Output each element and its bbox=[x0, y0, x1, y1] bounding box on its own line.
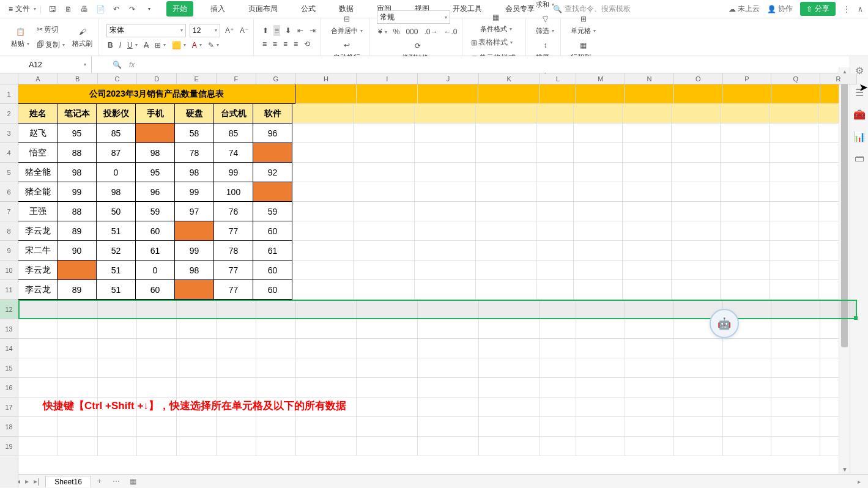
cell[interactable]: 97 bbox=[174, 201, 214, 221]
cell[interactable] bbox=[296, 358, 357, 378]
col-header-B[interactable]: B bbox=[58, 73, 98, 84]
cell[interactable] bbox=[296, 339, 357, 358]
cell[interactable] bbox=[292, 124, 354, 143]
cell[interactable] bbox=[770, 241, 818, 261]
cell[interactable] bbox=[537, 104, 574, 124]
sidebar-toolbox-icon[interactable]: 🧰 bbox=[854, 109, 865, 120]
cell[interactable] bbox=[721, 163, 770, 182]
border-button[interactable]: ⊞▾ bbox=[154, 40, 167, 51]
cell[interactable] bbox=[476, 241, 537, 261]
cell[interactable] bbox=[623, 182, 672, 202]
cell[interactable] bbox=[721, 143, 770, 163]
cell[interactable]: 88 bbox=[57, 201, 97, 221]
align-middle-icon[interactable]: ≡ bbox=[273, 25, 280, 36]
sidebar-chart-icon[interactable]: 📊 bbox=[854, 131, 865, 142]
cell[interactable]: 96 bbox=[253, 123, 292, 143]
cell[interactable] bbox=[537, 241, 574, 261]
cell[interactable]: 98 bbox=[174, 162, 214, 182]
cell[interactable] bbox=[418, 339, 479, 358]
col-header-P[interactable]: P bbox=[723, 73, 772, 84]
cell[interactable] bbox=[770, 104, 818, 124]
cell[interactable]: 猪全能 bbox=[18, 162, 57, 182]
cell[interactable] bbox=[623, 202, 672, 221]
cell[interactable] bbox=[625, 300, 674, 319]
cell[interactable] bbox=[540, 84, 576, 104]
sidebar-backup-icon[interactable]: 🗃 bbox=[854, 153, 865, 164]
cell[interactable] bbox=[674, 397, 723, 417]
cell[interactable]: 60 bbox=[253, 260, 292, 280]
cell[interactable] bbox=[574, 280, 623, 300]
cell[interactable] bbox=[418, 397, 479, 417]
cell[interactable] bbox=[623, 221, 672, 241]
cell[interactable] bbox=[540, 437, 577, 456]
cell[interactable] bbox=[217, 319, 256, 339]
cell[interactable] bbox=[177, 378, 217, 397]
row-header-18[interactable]: 18 bbox=[0, 417, 18, 437]
cell[interactable] bbox=[354, 124, 415, 143]
cell[interactable] bbox=[478, 84, 540, 104]
redo-icon[interactable]: ↷ bbox=[127, 4, 137, 14]
cell[interactable] bbox=[576, 397, 625, 417]
sum-button[interactable]: Σ求和▾ bbox=[533, 0, 557, 10]
cell[interactable]: 赵飞 bbox=[18, 123, 57, 143]
cell[interactable]: 52 bbox=[96, 240, 136, 261]
col-header-I[interactable]: I bbox=[357, 73, 418, 84]
cell[interactable] bbox=[354, 163, 415, 182]
cell[interactable] bbox=[18, 319, 58, 339]
cell[interactable] bbox=[357, 339, 418, 358]
row-header-8[interactable]: 8 bbox=[0, 221, 18, 241]
cell[interactable]: 51 bbox=[96, 279, 136, 300]
cell[interactable] bbox=[770, 280, 818, 300]
cell[interactable] bbox=[625, 417, 674, 437]
cell[interactable] bbox=[256, 417, 296, 437]
cell[interactable]: 92 bbox=[253, 162, 292, 182]
cell[interactable] bbox=[576, 300, 625, 319]
cell[interactable] bbox=[574, 182, 623, 202]
cell[interactable] bbox=[418, 319, 479, 339]
cell[interactable]: 60 bbox=[253, 221, 292, 241]
cell[interactable]: 85 bbox=[213, 123, 253, 143]
cell[interactable]: 95 bbox=[57, 123, 97, 143]
cell[interactable]: 59 bbox=[253, 201, 292, 221]
row-header-7[interactable]: 7 bbox=[0, 202, 18, 221]
cell[interactable]: 51 bbox=[96, 260, 136, 280]
highlight-button[interactable]: ✎▾ bbox=[207, 40, 220, 51]
row-header-17[interactable]: 17 bbox=[0, 397, 18, 417]
print-preview-icon[interactable]: 📄 bbox=[95, 4, 105, 14]
cell[interactable] bbox=[292, 221, 354, 241]
cell[interactable] bbox=[357, 358, 418, 378]
cell[interactable] bbox=[672, 280, 721, 300]
cell[interactable] bbox=[479, 378, 540, 397]
cell[interactable] bbox=[415, 104, 476, 124]
cell[interactable] bbox=[723, 397, 772, 417]
cell[interactable] bbox=[292, 182, 354, 202]
font-color-button[interactable]: A▾ bbox=[191, 40, 203, 51]
comma-icon[interactable]: 000 bbox=[404, 26, 419, 37]
cell[interactable]: 台式机 bbox=[213, 103, 253, 124]
filter-button[interactable]: ▽筛选▾ bbox=[533, 12, 557, 37]
col-header-C[interactable]: C bbox=[98, 73, 138, 84]
cell[interactable]: 95 bbox=[135, 162, 175, 182]
cell[interactable] bbox=[623, 104, 672, 124]
cell[interactable] bbox=[58, 319, 98, 339]
cell[interactable] bbox=[256, 319, 296, 339]
vertical-scrollbar[interactable]: ▲ ▼ bbox=[839, 67, 850, 474]
search-fx-icon[interactable]: 🔍 bbox=[113, 61, 122, 69]
cell[interactable]: 猪全能 bbox=[18, 182, 57, 202]
cell[interactable] bbox=[256, 378, 296, 397]
col-header-R[interactable]: R bbox=[820, 73, 857, 84]
cell[interactable] bbox=[540, 339, 577, 358]
cell[interactable] bbox=[537, 124, 574, 143]
cell[interactable] bbox=[415, 280, 476, 300]
collab-button[interactable]: 👤协作 bbox=[767, 4, 793, 14]
cell[interactable] bbox=[537, 261, 574, 280]
row-header-1[interactable]: 1 bbox=[0, 84, 18, 104]
cell[interactable]: 74 bbox=[213, 142, 253, 163]
cell[interactable] bbox=[476, 143, 537, 163]
bold-button[interactable]: B bbox=[106, 40, 114, 51]
tab-start[interactable]: 开始 bbox=[166, 1, 193, 17]
cell[interactable] bbox=[771, 378, 820, 397]
tabs-list-icon[interactable]: ▦ bbox=[125, 477, 141, 486]
cell[interactable] bbox=[537, 221, 574, 241]
cell[interactable] bbox=[177, 339, 217, 358]
